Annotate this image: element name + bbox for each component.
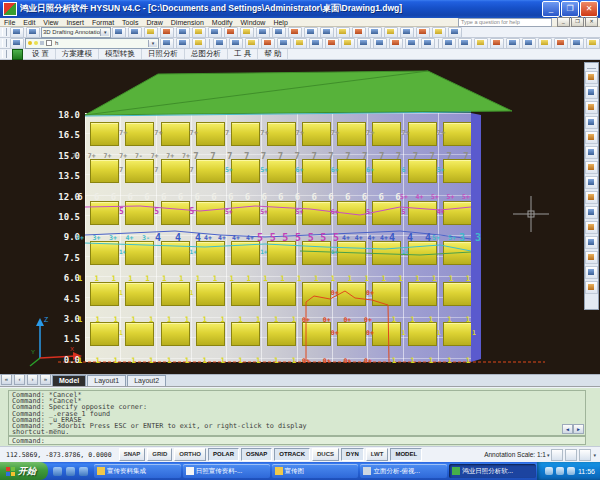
hysun-menu-item-5[interactable]: 工 具	[228, 49, 258, 59]
chevron-down-icon[interactable]: ▾	[547, 452, 550, 458]
close-button[interactable]: ✕	[580, 1, 598, 17]
workspace-combobox[interactable]: 3D Drafting Annotation ▾	[41, 27, 111, 38]
tab-nav-prev-icon[interactable]: ‹	[14, 374, 25, 385]
toggle-grid[interactable]: GRID	[147, 448, 172, 461]
copy-icon[interactable]	[325, 38, 339, 49]
open-icon[interactable]	[128, 27, 142, 38]
rotate-icon[interactable]	[585, 161, 598, 174]
toggle-snap[interactable]: SNAP	[119, 448, 146, 461]
drawing-canvas[interactable]: Z Y X 18.016.515.013.512.010.59.07.56.04…	[0, 60, 600, 374]
mirror-icon[interactable]	[585, 101, 598, 114]
tab-nav-first-icon[interactable]: «	[1, 374, 12, 385]
tab-layout1[interactable]: Layout1	[87, 375, 126, 386]
plot-preview-icon[interactable]	[176, 27, 190, 38]
block-editor-icon[interactable]	[554, 38, 568, 49]
toggle-polar[interactable]: POLAR	[208, 448, 239, 461]
annotation-autoscale-icon[interactable]	[565, 449, 577, 461]
workspace-settings-icon[interactable]	[26, 27, 40, 38]
hysun-menu-item-4[interactable]: 总图分析	[185, 49, 228, 59]
plot-icon[interactable]	[160, 27, 174, 38]
toggle-model[interactable]: MODEL	[390, 448, 422, 461]
hysun-menu-item-0[interactable]: 设 置	[26, 49, 56, 59]
render-icon[interactable]	[570, 38, 584, 49]
zoom-window-icon[interactable]	[336, 27, 350, 38]
copy-icon[interactable]	[585, 86, 598, 99]
start-button[interactable]: 开始	[0, 462, 48, 480]
menu-view[interactable]: View	[39, 19, 62, 26]
help-icon[interactable]	[586, 38, 600, 49]
zoom-previous-icon[interactable]	[352, 27, 366, 38]
sheet-set-manager-icon[interactable]	[416, 27, 430, 38]
zoom-realtime-icon[interactable]	[421, 38, 435, 49]
fillet-icon[interactable]	[585, 266, 598, 279]
toolbar-grip[interactable]	[587, 64, 596, 69]
hysun-menu-item-1[interactable]: 方案建模	[56, 49, 99, 59]
layer-properties-manager-icon[interactable]	[10, 38, 24, 49]
tray-volume-icon[interactable]	[545, 467, 553, 475]
mdi-close-button[interactable]: ✕	[585, 17, 598, 27]
qnew-icon[interactable]	[213, 38, 227, 49]
quickcalc-icon[interactable]	[538, 38, 552, 49]
open-icon[interactable]	[229, 38, 243, 49]
toggle-ortho[interactable]: ORTHO	[174, 448, 206, 461]
zoom-realtime-icon[interactable]	[320, 27, 334, 38]
tray-network-icon[interactable]	[556, 467, 564, 475]
markup-set-manager-icon[interactable]	[522, 38, 536, 49]
toolbar-grip[interactable]	[2, 39, 7, 47]
publish-icon[interactable]	[192, 27, 206, 38]
workspaces-toggle-icon[interactable]	[10, 27, 24, 38]
quick-launch-player-icon[interactable]	[79, 467, 88, 476]
layer-states-icon[interactable]	[160, 38, 174, 49]
plot-preview-icon[interactable]	[277, 38, 291, 49]
menu-format[interactable]: Format	[88, 19, 118, 26]
markup-icon[interactable]	[432, 27, 446, 38]
make-object-layer-current-icon[interactable]	[176, 38, 190, 49]
mdi-restore-button[interactable]: ❐	[571, 17, 584, 27]
scroll-right-icon[interactable]: ▶	[573, 424, 584, 434]
annotation-visibility-icon[interactable]	[551, 449, 563, 461]
chevron-down-icon[interactable]: ▾	[100, 29, 109, 36]
toggle-otrack[interactable]: OTRACK	[274, 448, 310, 461]
menu-dimension[interactable]: Dimension	[167, 19, 208, 26]
taskbar-task-4[interactable]: 鸿业日照分析软...	[449, 464, 536, 478]
chamfer-icon[interactable]	[585, 251, 598, 264]
toggle-dyn[interactable]: DYN	[341, 448, 364, 461]
tab-model[interactable]: Model	[52, 375, 86, 386]
match-properties-icon[interactable]	[357, 38, 371, 49]
quick-launch-desktop-icon[interactable]	[66, 467, 75, 476]
command-history[interactable]: Command: *Cancel*Command: *Cancel*Comman…	[8, 390, 586, 436]
tool-palettes-icon[interactable]	[400, 27, 414, 38]
toggle-lwt[interactable]: LWT	[366, 448, 389, 461]
tab-layout2[interactable]: Layout2	[127, 375, 166, 386]
toolbar-lock-icon[interactable]	[579, 449, 591, 461]
taskbar-task-0[interactable]: 宣传资料集成	[94, 464, 181, 478]
menu-draw[interactable]: Draw	[142, 19, 166, 26]
scroll-left-icon[interactable]: ◀	[562, 424, 573, 434]
menu-modify[interactable]: Modify	[208, 19, 237, 26]
status-tray-menu-icon[interactable]: ▾	[593, 452, 596, 458]
zoom-extents-icon[interactable]	[474, 38, 488, 49]
redo-icon[interactable]	[389, 38, 403, 49]
redo-icon[interactable]	[288, 27, 302, 38]
restore-button[interactable]: ❐	[561, 1, 579, 17]
properties-icon[interactable]	[368, 27, 382, 38]
cut-icon[interactable]	[208, 27, 222, 38]
paste-icon[interactable]	[341, 38, 355, 49]
copy-icon[interactable]	[224, 27, 238, 38]
erase-icon[interactable]	[585, 71, 598, 84]
move-icon[interactable]	[585, 146, 598, 159]
offset-icon[interactable]	[585, 116, 598, 129]
extend-icon[interactable]	[585, 221, 598, 234]
array-icon[interactable]	[585, 131, 598, 144]
menu-file[interactable]: File	[0, 19, 19, 26]
zoom-previous-icon[interactable]	[458, 38, 472, 49]
minimize-button[interactable]: _	[542, 1, 560, 17]
hysun-menu-item-3[interactable]: 日照分析	[142, 49, 185, 59]
stretch-icon[interactable]	[585, 191, 598, 204]
explode-icon[interactable]	[585, 281, 598, 294]
toggle-ducs[interactable]: DUCS	[312, 448, 339, 461]
taskbar-task-3[interactable]: 立面分析-俯视...	[360, 464, 447, 478]
taskbar-task-1[interactable]: 日照宣传资料-...	[183, 464, 270, 478]
break-icon[interactable]	[585, 236, 598, 249]
hysun-menu-item-6[interactable]: 帮 助	[258, 49, 288, 59]
